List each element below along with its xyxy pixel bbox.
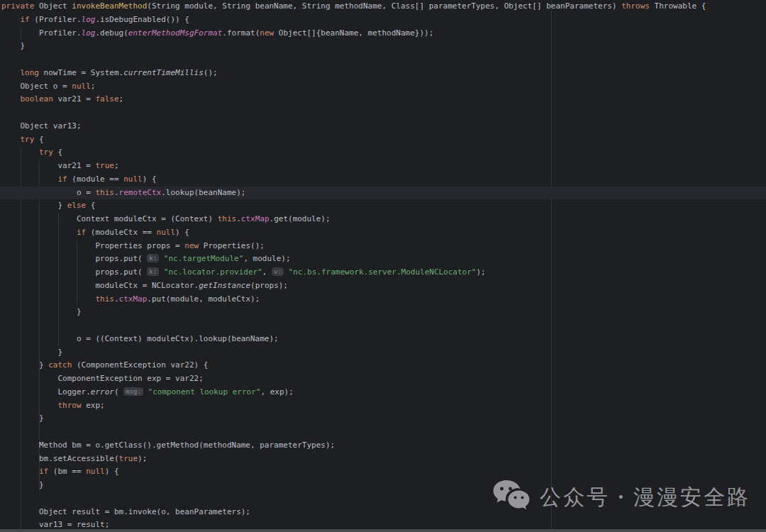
code-line[interactable]: private Object invokeBeanMethod(String m… [0, 0, 766, 13]
code-token: false [95, 94, 118, 104]
code-area[interactable]: private Object invokeBeanMethod(String m… [0, 0, 766, 532]
code-line[interactable]: } [0, 346, 766, 360]
code-line[interactable]: boolean var21 = false; [0, 93, 766, 106]
code-line[interactable]: try { [0, 146, 766, 160]
code-token: exp; [82, 401, 105, 410]
code-token: ); [476, 267, 485, 277]
watermark: 公众号・漫漫安全路 [492, 479, 750, 516]
code-editor[interactable]: private Object invokeBeanMethod(String m… [0, 0, 766, 532]
code-token: Object o = [1, 82, 72, 91]
code-token: , module); [243, 254, 290, 263]
code-token: moduleCtx = NCLocator. [1, 281, 199, 290]
code-token: Logger. [1, 387, 91, 397]
code-token [1, 294, 95, 304]
code-token: var21 = [53, 94, 96, 104]
code-line[interactable]: Method bm = o.getClass().getMethod(metho… [0, 439, 766, 453]
bottom-strip [0, 529, 766, 532]
code-line[interactable]: } [0, 412, 766, 426]
code-line[interactable]: } [0, 40, 766, 53]
code-token: private [1, 1, 34, 11]
code-line[interactable]: if (bm == null) { [0, 465, 766, 479]
code-token: . [236, 214, 241, 223]
code-token: ; [91, 82, 96, 91]
code-line[interactable]: o = ((Context) moduleCtx).lookup(beanNam… [0, 333, 766, 346]
code-token: ); [138, 454, 147, 463]
code-line[interactable]: } [0, 306, 766, 319]
code-token: throws [621, 1, 650, 11]
code-token: ctxMap [119, 294, 148, 304]
code-line[interactable]: if (module == null) { [0, 173, 766, 187]
code-token: Method bm = o.getClass().getMethod(metho… [1, 440, 335, 450]
code-token: ) { [175, 228, 189, 237]
code-line[interactable]: var21 = true; [0, 160, 766, 173]
code-token: .get(module); [270, 214, 331, 223]
code-line[interactable] [0, 106, 766, 120]
code-token: } [1, 414, 44, 423]
code-token: } [1, 348, 62, 357]
code-line[interactable]: } catch (ComponentException var22) { [0, 359, 766, 372]
code-line[interactable]: ComponentException exp = var22; [0, 372, 766, 386]
code-line[interactable] [0, 53, 766, 67]
code-line[interactable]: Context moduleCtx = (Context) this.ctxMa… [0, 213, 766, 226]
code-token: Properties(); [199, 241, 265, 250]
code-line[interactable]: throw exp; [0, 399, 766, 413]
code-token: Object [34, 1, 72, 11]
code-line[interactable]: Logger.error( msg: "component lookup err… [0, 386, 766, 399]
code-token: { [34, 135, 43, 144]
code-token: invokeBeanMethod [72, 1, 147, 11]
code-token: null [86, 467, 105, 476]
code-line[interactable]: long nowTime = System.currentTimeMillis(… [0, 67, 766, 80]
code-token: ) { [105, 467, 119, 476]
code-line[interactable] [0, 319, 766, 333]
code-line[interactable]: } else { [0, 199, 766, 213]
code-token: .debug( [95, 28, 128, 38]
code-token: "component lookup error" [148, 387, 261, 397]
code-line[interactable]: try { [0, 133, 766, 147]
code-line[interactable]: this.ctxMap.put(module, moduleCtx); [0, 293, 766, 306]
code-token: true [119, 454, 138, 463]
code-token [1, 15, 21, 24]
code-line[interactable]: moduleCtx = NCLocator.getInstance(props)… [0, 279, 766, 293]
code-token: remoteCtx [119, 188, 162, 197]
code-line[interactable]: Properties props = new Properties(); [0, 240, 766, 253]
code-line[interactable]: bm.setAccessible(true); [0, 453, 766, 466]
code-token: (String module, String beanName, String … [147, 1, 621, 11]
code-line[interactable]: Profiler.log.debug(enterMethodMsgFormat.… [0, 27, 766, 40]
code-token: new [260, 28, 274, 38]
code-line[interactable]: if (moduleCtx == null) { [0, 226, 766, 240]
code-token: } [1, 201, 67, 210]
code-line[interactable] [0, 426, 766, 439]
code-token: this [95, 188, 114, 197]
code-token: var13 = result; [1, 520, 109, 529]
code-token: null [123, 174, 143, 184]
code-line[interactable]: Object o = null; [0, 80, 766, 94]
code-token: Properties props = [1, 241, 184, 250]
code-token [143, 387, 148, 397]
code-token: Throwable { [650, 1, 706, 11]
code-token: if [21, 15, 30, 24]
code-line[interactable]: Object var13; [0, 120, 766, 133]
code-token: log [82, 28, 96, 38]
code-token: { [86, 201, 95, 210]
code-line[interactable]: props.put( k: "nc.locator.provider", v: … [0, 266, 766, 279]
code-token: { [53, 148, 62, 157]
code-token: if [39, 467, 48, 476]
code-token: o = [1, 188, 95, 197]
code-line[interactable]: if (Profiler.log.isDebugEnabled()) { [0, 13, 766, 27]
code-token: enterMethodMsgFormat [128, 28, 222, 38]
code-token: "nc.bs.framework.server.ModuleNCLocator" [289, 267, 477, 277]
code-token: if [57, 174, 67, 184]
code-token: this [95, 294, 114, 304]
code-token: ctxMap [241, 214, 270, 223]
code-line[interactable]: props.put( k: "nc.targetModule", module)… [0, 253, 766, 266]
code-token: , exp); [260, 387, 293, 397]
code-line[interactable]: o = this.remoteCtx.lookup(beanName); [0, 187, 766, 200]
code-token: props.put( [1, 267, 147, 277]
code-token: ComponentException exp = var22; [1, 374, 204, 383]
code-token [1, 401, 57, 410]
inlay-hint: v: [272, 267, 284, 276]
code-token: "nc.locator.provider" [164, 267, 262, 277]
code-token: "nc.targetModule" [164, 254, 244, 263]
code-token: this [218, 214, 237, 223]
code-token: long [21, 68, 40, 77]
